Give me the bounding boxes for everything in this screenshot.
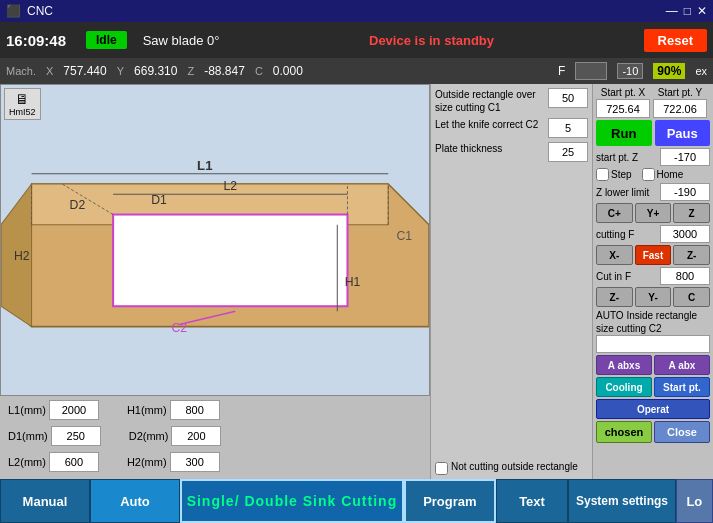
z-label: Z bbox=[187, 65, 194, 77]
clock-display: 16:09:48 bbox=[6, 32, 78, 49]
minus10-button[interactable]: -10 bbox=[617, 63, 643, 79]
window-maximize[interactable]: □ bbox=[684, 4, 691, 18]
z-minus2-button[interactable]: Z- bbox=[596, 287, 633, 307]
plate-thickness-input[interactable] bbox=[548, 142, 588, 162]
titlebar: ⬛ CNC — □ ✕ bbox=[0, 0, 713, 22]
x-minus-button[interactable]: X- bbox=[596, 245, 633, 265]
cut-in-f-row: Cut in F bbox=[596, 267, 710, 285]
cutting-f-row: cutting F bbox=[596, 225, 710, 243]
d1-group: D1(mm) bbox=[8, 426, 101, 446]
start-pt-x-label: Start pt. X bbox=[601, 87, 645, 98]
mach-label: Mach. bbox=[6, 65, 36, 77]
not-cutting-row: Not cutting outside rectangle bbox=[435, 460, 588, 475]
d2-input[interactable] bbox=[171, 426, 221, 446]
l2-group: L2(mm) bbox=[8, 452, 99, 472]
run-button[interactable]: Run bbox=[596, 120, 652, 146]
main-mode-label: Single/ Double Sink Cutting bbox=[180, 479, 404, 523]
z-lower-label: Z lower limit bbox=[596, 187, 657, 198]
auto-inside-input[interactable] bbox=[596, 335, 710, 353]
f-label: F bbox=[558, 64, 565, 78]
l1-group: L1(mm) bbox=[8, 400, 99, 420]
window-minimize[interactable]: — bbox=[666, 4, 678, 18]
svg-text:H1: H1 bbox=[345, 275, 361, 289]
app-icon: ⬛ bbox=[6, 4, 21, 18]
saw-label: Saw blade 0° bbox=[143, 33, 220, 48]
start-pt-button[interactable]: Start pt. bbox=[654, 377, 710, 397]
step-checkbox[interactable] bbox=[596, 168, 609, 181]
h2-input[interactable] bbox=[170, 452, 220, 472]
bottombar: Manual Auto Single/ Double Sink Cutting … bbox=[0, 479, 713, 523]
start-pt-xy-row: Start pt. X Start pt. Y bbox=[596, 87, 710, 118]
start-pt-y-input[interactable] bbox=[653, 99, 707, 118]
run-pause-row: Run Paus bbox=[596, 120, 710, 146]
window-close[interactable]: ✕ bbox=[697, 4, 707, 18]
z-lower-input[interactable] bbox=[660, 183, 710, 201]
svg-rect-3 bbox=[113, 215, 347, 307]
operat-row: Operat bbox=[596, 399, 710, 419]
a-abxs2-button[interactable]: A abx bbox=[654, 355, 710, 375]
hm52-icon: 🖥 bbox=[9, 91, 36, 107]
knife-correct-label: Let the knife correct C2 bbox=[435, 118, 544, 131]
close-button[interactable]: Close bbox=[654, 421, 710, 443]
home-label: Home bbox=[657, 169, 684, 180]
system-settings-button[interactable]: System settings bbox=[568, 479, 676, 523]
h1-group: H1(mm) bbox=[127, 400, 220, 420]
start-pt-z-row: start pt. Z bbox=[596, 148, 710, 166]
pause-button[interactable]: Paus bbox=[655, 120, 711, 146]
a-abxs-button[interactable]: A abxs bbox=[596, 355, 652, 375]
l2-input[interactable] bbox=[49, 452, 99, 472]
start-pt-x-input[interactable] bbox=[596, 99, 650, 118]
d1-input[interactable] bbox=[51, 426, 101, 446]
svg-text:C1: C1 bbox=[396, 229, 412, 243]
cooling-button[interactable]: Cooling bbox=[596, 377, 652, 397]
reset-button[interactable]: Reset bbox=[644, 29, 707, 52]
knife-correct-row: Let the knife correct C2 bbox=[435, 118, 588, 138]
home-checkbox-label[interactable]: Home bbox=[642, 168, 684, 181]
manual-button[interactable]: Manual bbox=[0, 479, 90, 523]
program-button[interactable]: Program bbox=[404, 479, 496, 523]
diagram-area: 🖥 HmI52 L1 bbox=[0, 84, 430, 396]
cutting-f-input[interactable] bbox=[660, 225, 710, 243]
knife-correct-input[interactable] bbox=[548, 118, 588, 138]
cut-in-f-input[interactable] bbox=[660, 267, 710, 285]
fast-button[interactable]: Fast bbox=[635, 245, 672, 265]
y-plus-button[interactable]: Y+ bbox=[635, 203, 672, 223]
coordbar: Mach. X 757.440 Y 669.310 Z -88.847 C 0.… bbox=[0, 58, 713, 84]
standby-message: Device is in standby bbox=[227, 33, 635, 48]
step-home-row: Step Home bbox=[596, 168, 710, 181]
chosen-button[interactable]: chosen bbox=[596, 421, 652, 443]
app-title: CNC bbox=[27, 4, 53, 18]
outside-rect-input[interactable] bbox=[548, 88, 588, 108]
operat-button[interactable]: Operat bbox=[596, 399, 710, 419]
x-value: 757.440 bbox=[63, 64, 106, 78]
c-plus-button[interactable]: C+ bbox=[596, 203, 633, 223]
not-cutting-checkbox[interactable] bbox=[435, 462, 448, 475]
cut-in-f-label: Cut in F bbox=[596, 271, 657, 282]
plate-thickness-label: Plate thickness bbox=[435, 142, 544, 155]
chosen-close-row: chosen Close bbox=[596, 421, 710, 443]
auto-inside-label: AUTO Inside rectangle size cutting C2 bbox=[596, 309, 710, 335]
start-pt-z-input[interactable] bbox=[660, 148, 710, 166]
c-value: 0.000 bbox=[273, 64, 303, 78]
l1-input[interactable] bbox=[49, 400, 99, 420]
ex-label: ex bbox=[695, 65, 707, 77]
svg-text:L1: L1 bbox=[197, 158, 212, 173]
d2-group: D2(mm) bbox=[129, 426, 222, 446]
h1-label: H1(mm) bbox=[127, 404, 167, 416]
cnc-diagram-svg: L1 L2 D1 D2 H2 H1 C1 C2 bbox=[1, 85, 429, 395]
z-minus-button[interactable]: Z- bbox=[673, 245, 710, 265]
step-label: Step bbox=[611, 169, 632, 180]
d2-label: D2(mm) bbox=[129, 430, 169, 442]
z-plus-button[interactable]: Z bbox=[673, 203, 710, 223]
home-checkbox[interactable] bbox=[642, 168, 655, 181]
y-minus-button[interactable]: Y- bbox=[635, 287, 672, 307]
c-last-button[interactable]: C bbox=[673, 287, 710, 307]
text-button[interactable]: Text bbox=[496, 479, 568, 523]
auto-button[interactable]: Auto bbox=[90, 479, 180, 523]
jog-row-3: Z- Y- C bbox=[596, 287, 710, 307]
f-input[interactable] bbox=[575, 62, 607, 80]
main-label-text: Single/ Double Sink Cutting bbox=[187, 493, 398, 509]
log-button[interactable]: Lo bbox=[676, 479, 713, 523]
h1-input[interactable] bbox=[170, 400, 220, 420]
step-checkbox-label[interactable]: Step bbox=[596, 168, 632, 181]
